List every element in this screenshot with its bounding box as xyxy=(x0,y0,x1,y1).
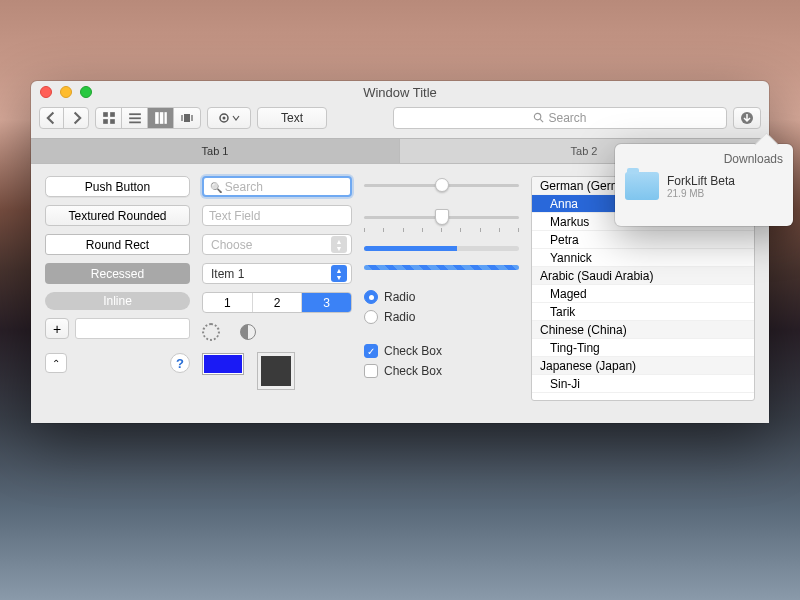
checkbox-label: Check Box xyxy=(384,344,442,358)
downloads-popover: Downloads ForkLift Beta 21.9 MB xyxy=(615,144,793,226)
svg-point-15 xyxy=(535,113,541,119)
recessed-button[interactable]: Recessed xyxy=(45,263,190,284)
list-item[interactable]: Tarik xyxy=(532,303,754,321)
slider-2-ticks[interactable] xyxy=(364,208,519,226)
minimize-window-button[interactable] xyxy=(60,86,72,98)
segment-3[interactable]: 3 xyxy=(302,293,351,312)
columns-icon xyxy=(154,111,168,125)
plus-icon: + xyxy=(53,321,61,337)
nav-segment xyxy=(39,107,89,129)
radio-2[interactable]: Radio xyxy=(364,310,519,324)
desktop-wallpaper: Window Title xyxy=(0,0,800,600)
view-list-button[interactable] xyxy=(122,108,148,128)
popover-title: Downloads xyxy=(625,152,783,166)
disclosure-button[interactable]: ⌃ xyxy=(45,353,67,373)
text-field[interactable]: Text Field xyxy=(202,205,352,226)
combo-enabled-label: Item 1 xyxy=(211,267,244,281)
stepper-arrows-icon: ▲▼ xyxy=(331,236,347,253)
list-group-header: Japanese (Japan) xyxy=(532,357,754,375)
view-coverflow-button[interactable] xyxy=(174,108,200,128)
progress-circle-icon xyxy=(240,324,256,340)
svg-rect-11 xyxy=(181,115,183,121)
forward-button[interactable] xyxy=(64,108,88,128)
grid-icon xyxy=(102,111,116,125)
push-button[interactable]: Push Button xyxy=(45,176,190,197)
list-item[interactable]: Petra xyxy=(532,231,754,249)
svg-rect-10 xyxy=(184,114,190,122)
svg-rect-12 xyxy=(191,115,193,121)
slider-ticks xyxy=(364,228,519,232)
downloads-button[interactable] xyxy=(733,107,761,129)
download-item[interactable]: ForkLift Beta 21.9 MB xyxy=(625,172,783,200)
checkbox-2[interactable]: Check Box xyxy=(364,364,519,378)
titlebar: Window Title xyxy=(31,81,769,103)
combo-disabled-label: Choose xyxy=(211,238,252,252)
list-group-header: Chinese (China) xyxy=(532,321,754,339)
svg-rect-3 xyxy=(110,119,115,124)
download-item-size: 21.9 MB xyxy=(667,188,735,199)
empty-text-field[interactable] xyxy=(75,318,190,339)
radio-label: Radio xyxy=(384,310,415,324)
traffic-lights xyxy=(40,86,92,98)
checkbox-unchecked-icon xyxy=(364,364,378,378)
slider-1[interactable] xyxy=(364,176,519,194)
color-well-dark[interactable] xyxy=(258,353,294,389)
view-columns-button[interactable] xyxy=(148,108,174,128)
zoom-window-button[interactable] xyxy=(80,86,92,98)
question-icon: ? xyxy=(176,356,184,371)
window-title: Window Title xyxy=(363,85,437,100)
help-button[interactable]: ? xyxy=(170,353,190,373)
checkbox-label: Check Box xyxy=(384,364,442,378)
add-button[interactable]: + xyxy=(45,318,69,339)
list-item[interactable]: Yannick xyxy=(532,249,754,267)
round-rect-button[interactable]: Round Rect xyxy=(45,234,190,255)
chevron-down-icon xyxy=(232,114,240,122)
svg-line-16 xyxy=(541,119,544,122)
search-input-placeholder: Search xyxy=(210,180,263,194)
download-item-name: ForkLift Beta xyxy=(667,174,735,188)
search-input[interactable]: Search xyxy=(202,176,352,197)
toolbar-search-field[interactable]: Search xyxy=(393,107,727,129)
svg-rect-9 xyxy=(164,112,166,124)
back-button[interactable] xyxy=(40,108,64,128)
list-item[interactable]: Maged xyxy=(532,285,754,303)
toolbar-text-button[interactable]: Text xyxy=(257,107,327,129)
svg-rect-5 xyxy=(129,117,141,119)
svg-rect-8 xyxy=(159,112,163,124)
combo-disabled[interactable]: Choose ▲▼ xyxy=(202,234,352,255)
color-well-blue[interactable] xyxy=(202,353,244,375)
inputs-column: Search Text Field Choose ▲▼ Item 1 ▲▼ 1 … xyxy=(202,176,352,411)
chevron-right-icon xyxy=(69,111,83,125)
progress-bar xyxy=(364,246,519,251)
tab-1[interactable]: Tab 1 xyxy=(31,139,400,163)
gear-icon xyxy=(218,111,232,125)
inline-button[interactable]: Inline xyxy=(45,292,190,310)
radio-1[interactable]: Radio xyxy=(364,290,519,304)
svg-point-14 xyxy=(223,116,226,119)
chevron-left-icon xyxy=(45,111,59,125)
radio-label: Radio xyxy=(384,290,415,304)
svg-rect-1 xyxy=(110,112,115,117)
checkbox-1[interactable]: Check Box xyxy=(364,344,519,358)
list-item[interactable]: Ting-Ting xyxy=(532,339,754,357)
radio-selected-icon xyxy=(364,290,378,304)
close-window-button[interactable] xyxy=(40,86,52,98)
view-mode-segment xyxy=(95,107,201,129)
numeric-segment: 1 2 3 xyxy=(202,292,352,313)
list-icon xyxy=(128,111,142,125)
spinner-indeterminate-icon xyxy=(202,323,220,341)
view-icons-button[interactable] xyxy=(96,108,122,128)
stepper-arrows-icon: ▲▼ xyxy=(331,265,347,282)
list-group-header: Arabic (Saudi Arabia) xyxy=(532,267,754,285)
list-item[interactable]: Sin-Ji xyxy=(532,375,754,393)
segment-2[interactable]: 2 xyxy=(253,293,303,312)
toolbar: Text Search xyxy=(31,103,769,139)
search-icon xyxy=(533,112,544,123)
svg-rect-0 xyxy=(103,112,108,117)
segment-1[interactable]: 1 xyxy=(203,293,253,312)
textured-rounded-button[interactable]: Textured Rounded xyxy=(45,205,190,226)
checkbox-checked-icon xyxy=(364,344,378,358)
combo-enabled[interactable]: Item 1 ▲▼ xyxy=(202,263,352,284)
action-menu-button[interactable] xyxy=(207,107,251,129)
svg-rect-6 xyxy=(129,121,141,123)
